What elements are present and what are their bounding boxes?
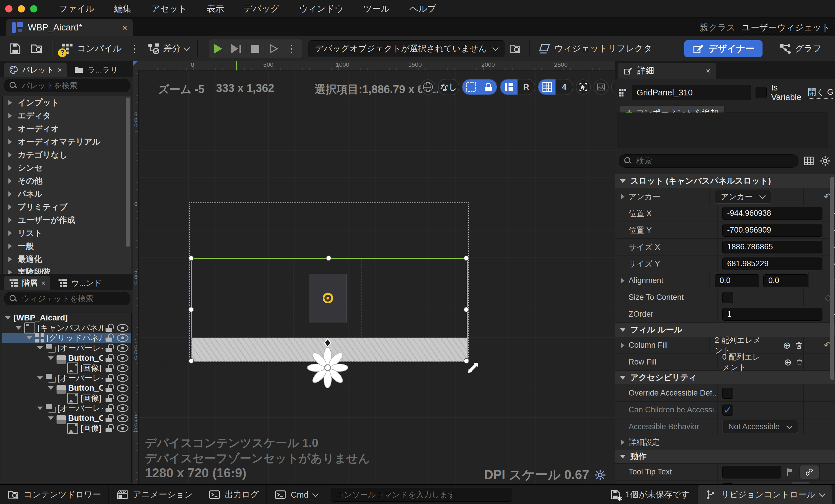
visibility-eye-icon[interactable]	[117, 324, 128, 332]
palette-category[interactable]: カテゴリなし	[3, 148, 131, 161]
anchor-dropdown[interactable]: アンカー	[715, 190, 771, 204]
details-tab-close-icon[interactable]: ×	[706, 66, 710, 75]
palette-category[interactable]: 実験段階	[3, 266, 131, 274]
expand-arrow-icon[interactable]	[48, 357, 54, 360]
selection-handle[interactable]	[464, 307, 469, 312]
flip-preview-button[interactable]	[611, 79, 615, 95]
palette-category[interactable]: 一般	[3, 240, 131, 253]
diff-button[interactable]: 差分	[143, 42, 194, 55]
design-canvas[interactable]: 05001000150020002500 500050010001500 ズーム…	[134, 61, 615, 484]
browse-asset-button[interactable]	[26, 42, 48, 55]
stop-button[interactable]	[251, 45, 259, 53]
expand-icon[interactable]	[621, 343, 625, 348]
menu-file[interactable]: ファイル	[49, 3, 104, 15]
lock-icon[interactable]	[105, 394, 113, 403]
lock-icon[interactable]	[105, 374, 113, 383]
section-accessibility[interactable]: アクセシビリティ	[615, 370, 835, 385]
selection-handle[interactable]	[188, 256, 194, 261]
palette-search-input[interactable]	[21, 81, 125, 90]
lock-icon[interactable]	[105, 324, 113, 332]
tab-details[interactable]: 詳細 ×	[617, 63, 716, 79]
widget-name-input[interactable]	[632, 85, 751, 100]
add-element-icon[interactable]: ⊕	[783, 341, 791, 350]
visibility-eye-icon[interactable]	[117, 395, 128, 402]
dpi-scale-control[interactable]: DPI スケール 0.67	[484, 466, 607, 483]
menu-debug[interactable]: デバッグ	[234, 3, 289, 15]
preview-background-button[interactable]	[593, 79, 609, 95]
select-mode-button[interactable]	[576, 79, 591, 95]
expand-arrow-icon[interactable]	[16, 326, 21, 330]
expand-arrow-icon[interactable]	[48, 386, 54, 390]
details-scrollbar[interactable]	[830, 177, 834, 380]
is-variable-checkbox[interactable]	[756, 87, 767, 98]
pos-y-input[interactable]: -700.956909	[722, 224, 822, 237]
selection-handle[interactable]	[326, 256, 331, 261]
tree-row-canvas-panel[interactable]: [キャンバスパネル]	[2, 323, 131, 333]
graph-mode-button[interactable]: グラフ	[774, 42, 826, 55]
debug-browse-button[interactable]	[505, 43, 526, 55]
card-widget-preview[interactable]	[309, 274, 347, 322]
visibility-eye-icon[interactable]	[117, 404, 128, 412]
pos-x-input[interactable]: -944.960938	[722, 207, 822, 220]
palette-category[interactable]: その他	[3, 174, 131, 187]
tree-row-button-card-dra[interactable]: Button_Card_Dra	[2, 353, 131, 363]
cmd-dropdown[interactable]: Cmd	[267, 485, 325, 504]
tab-hierarchy[interactable]: 階層 ×	[4, 276, 50, 290]
selection-handle[interactable]	[188, 358, 194, 364]
tree-row-grid-panel[interactable]: [グリッドパネル]	[2, 333, 131, 343]
zorder-input[interactable]: 1	[722, 308, 822, 321]
alignment-y-input[interactable]: 0.0	[763, 274, 808, 287]
parent-class-link[interactable]: ユーザーウィジェット	[742, 22, 830, 35]
lock-icon[interactable]	[105, 384, 113, 392]
gear-icon[interactable]	[594, 469, 607, 481]
palette-category[interactable]: オーディオ	[3, 122, 131, 135]
visibility-eye-icon[interactable]	[117, 344, 128, 352]
tooltip-text-input[interactable]	[722, 466, 781, 479]
expand-arrow-icon[interactable]	[48, 417, 54, 420]
safe-zone-lock-toggle[interactable]	[462, 79, 497, 95]
play-button[interactable]	[214, 44, 222, 54]
lock-icon[interactable]	[105, 354, 113, 362]
visibility-eye-icon[interactable]	[117, 415, 128, 422]
tab-palette[interactable]: パレット ×	[4, 63, 67, 77]
tree-row-overlay-2[interactable]: [オーバーレイ]	[2, 373, 131, 383]
pivot-flower-widget[interactable]	[304, 334, 351, 391]
launch-button[interactable]	[268, 43, 280, 54]
add-element-icon[interactable]: ⊕	[784, 358, 792, 367]
tree-row-button-card-set[interactable]: Button_Card_Set	[2, 413, 131, 423]
palette-category[interactable]: シンセ	[3, 161, 131, 174]
palette-tab-close-icon[interactable]: ×	[58, 65, 62, 75]
designer-mode-button[interactable]: デザイナー	[684, 40, 762, 57]
frame-skip-button[interactable]	[231, 44, 242, 54]
expand-arrow-icon[interactable]	[37, 407, 43, 410]
palette-category[interactable]: ユーザーが作成	[3, 214, 131, 226]
visibility-eye-icon[interactable]	[117, 384, 128, 392]
selection-handle[interactable]	[464, 256, 469, 261]
visibility-eye-icon[interactable]	[117, 354, 128, 362]
expand-arrow-icon[interactable]	[26, 336, 32, 340]
visibility-eye-icon[interactable]	[117, 334, 128, 342]
size-to-content-checkbox[interactable]	[722, 292, 733, 303]
trash-icon[interactable]	[796, 357, 803, 367]
flag-icon[interactable]	[786, 467, 795, 477]
compile-button[interactable]: ? コンパイル	[56, 42, 126, 55]
palette-category[interactable]: プリミティブ	[3, 200, 131, 214]
menu-view[interactable]: 表示	[197, 3, 234, 15]
accessible-behavior-dropdown[interactable]: Not Accessible	[722, 420, 798, 434]
tree-row-image-2[interactable]: [画像]	[2, 393, 131, 403]
debug-object-dropdown[interactable]: デバッグオブジェクトが選択されていません	[308, 40, 505, 57]
can-children-checkbox[interactable]	[722, 405, 733, 416]
menu-help[interactable]: ヘルプ	[400, 3, 446, 15]
unsaved-status[interactable]: 1個が未保存です	[602, 485, 697, 504]
hierarchy-search-input[interactable]	[21, 294, 125, 304]
lock-icon[interactable]	[105, 364, 113, 372]
window-zoom-button[interactable]	[30, 5, 37, 13]
menu-window[interactable]: ウィンドウ	[289, 3, 353, 15]
compile-options-kebab-icon[interactable]: ⋮	[126, 43, 143, 55]
tab-library[interactable]: ラ...ラリ	[69, 63, 123, 77]
tree-row-image-3[interactable]: [画像]	[2, 423, 131, 434]
size-x-input[interactable]: 1886.786865	[722, 241, 822, 254]
window-minimize-button[interactable]	[18, 5, 25, 13]
grid-snap-toggle[interactable]: 4	[538, 79, 573, 95]
size-y-input[interactable]: 681.985229	[722, 258, 822, 270]
